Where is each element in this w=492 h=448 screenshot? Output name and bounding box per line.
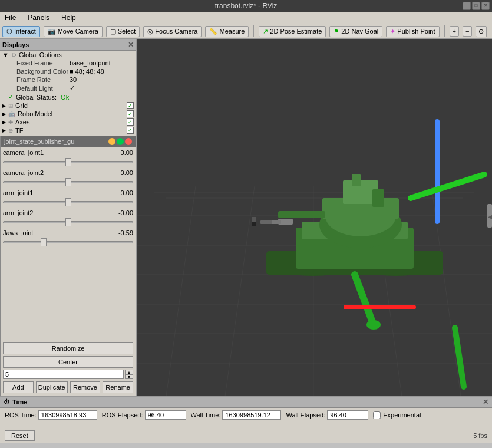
focus-icon-button[interactable]: ⊙ — [476, 26, 487, 37]
joint-name-2: arm_joint1 — [3, 189, 33, 196]
wall-time-input[interactable] — [222, 410, 281, 420]
frame-rate-value[interactable]: 30 — [70, 76, 77, 83]
joint-label-1: camera_joint2 0.00 — [3, 169, 133, 176]
time-body: ROS Time: ROS Elapsed: Wall Time: Wall E… — [0, 408, 492, 422]
time-icon: ⏱ — [4, 398, 10, 406]
svg-rect-26 — [352, 174, 361, 186]
global-options-label: Global Options — [19, 51, 62, 58]
jp-footer: Randomize Center ▲ ▼ Add Duplicate Remov… — [1, 340, 136, 396]
duplicate-button[interactable]: Duplicate — [36, 381, 68, 393]
default-light-value[interactable]: ✓ — [70, 84, 75, 92]
ros-time-input[interactable] — [38, 410, 97, 420]
reset-button[interactable]: Reset — [5, 430, 35, 441]
close-button[interactable]: ✕ — [481, 2, 490, 10]
menu-bar: File Panels Help — [0, 12, 492, 24]
menu-panels[interactable]: Panels — [25, 13, 52, 22]
spin-down-button[interactable]: ▼ — [125, 374, 133, 379]
focus-camera-button[interactable]: ◎ Focus Camera — [143, 26, 202, 37]
global-status-value: Ok — [61, 94, 69, 101]
global-options-row[interactable]: ▼ ⚙ Global Options — [0, 51, 136, 59]
wall-elapsed-field: Wall Elapsed: — [286, 410, 368, 420]
tf-arrow[interactable]: ▶ — [2, 128, 6, 133]
axes-arrow[interactable]: ▶ — [2, 120, 6, 125]
time-header: ⏱ Time ✕ — [0, 397, 492, 408]
ros-elapsed-input[interactable] — [145, 410, 186, 420]
app-title: transbot.rviz* - RViz — [215, 2, 278, 10]
2d-pose-button[interactable]: ↗ 2D Pose Estimate — [259, 26, 326, 37]
status-check-icon: ✓ — [8, 93, 14, 101]
jp-maximize-button[interactable] — [117, 138, 124, 145]
wall-elapsed-input[interactable] — [327, 410, 368, 420]
axes-row[interactable]: ▶ ✚ Axes ✓ — [0, 118, 136, 126]
minus-icon-button[interactable]: − — [463, 26, 472, 37]
joint-slider-3[interactable] — [3, 221, 133, 223]
time-panel: ⏱ Time ✕ ROS Time: ROS Elapsed: Wall Tim… — [0, 396, 492, 427]
menu-file[interactable]: File — [2, 13, 18, 22]
svg-text:◀: ◀ — [488, 213, 492, 220]
grid-row[interactable]: ▶ ⊞ Grid ✓ — [0, 101, 136, 110]
point-icon: ✦ — [390, 28, 395, 35]
randomize-button[interactable]: Randomize — [3, 342, 133, 354]
remove-button[interactable]: Remove — [70, 381, 101, 393]
select-button[interactable]: ▢ Select — [106, 26, 140, 37]
experimental-checkbox[interactable] — [373, 411, 381, 419]
maximize-button[interactable]: □ — [472, 2, 480, 10]
axes-checkbox[interactable]: ✓ — [127, 118, 134, 126]
time-close-button[interactable]: ✕ — [483, 398, 488, 406]
global-status-row: ✓ Global Status: Ok — [0, 93, 136, 101]
2d-nav-button[interactable]: ⚑ 2D Nav Goal — [329, 26, 382, 37]
ros-time-label: ROS Time: — [5, 411, 37, 419]
measure-button[interactable]: 📏 Measure — [205, 26, 249, 37]
minimize-button[interactable]: _ — [463, 2, 471, 10]
jp-close-button[interactable] — [125, 138, 132, 145]
time-title: Time — [12, 398, 27, 406]
tf-row[interactable]: ▶ ⊕ TF ✓ — [0, 126, 136, 134]
joint-slider-2[interactable] — [3, 201, 133, 203]
num-row: ▲ ▼ — [3, 370, 133, 379]
3d-viewport[interactable]: ◀ — [137, 39, 492, 396]
robot-model-arrow[interactable]: ▶ — [2, 111, 6, 117]
focus-icon: ◎ — [147, 28, 153, 35]
joint-slider-1[interactable] — [3, 181, 133, 183]
joint-row-2: arm_joint1 0.00 — [3, 189, 133, 205]
experimental-row: Experimental — [373, 411, 421, 419]
jp-header: joint_state_publisher_gui — [1, 136, 136, 147]
grid-label: Grid — [15, 102, 124, 109]
frame-rate-label: Frame Rate — [16, 76, 70, 83]
joint-name-3: arm_joint2 — [3, 209, 33, 216]
interact-button[interactable]: ⬡ Interact — [2, 26, 40, 37]
wall-time-label: Wall Time: — [191, 411, 221, 419]
frame-rate-row: Frame Rate 30 — [0, 75, 136, 84]
ros-elapsed-field: ROS Elapsed: — [102, 410, 186, 420]
center-button[interactable]: Center — [3, 356, 133, 368]
tf-checkbox[interactable]: ✓ — [127, 127, 134, 134]
fixed-frame-value[interactable]: base_footprint — [70, 60, 111, 67]
publish-point-button[interactable]: ✦ Publish Point — [386, 26, 439, 37]
global-options-arrow[interactable]: ▼ — [2, 51, 9, 58]
action-row: Add Duplicate Remove Rename — [3, 381, 133, 393]
measure-label: Measure — [219, 28, 245, 35]
bg-color-value[interactable]: ■ 48; 48; 48 — [70, 68, 104, 75]
separator-2 — [444, 25, 445, 37]
joint-label-4: Jaws_joint -0.59 — [3, 229, 133, 236]
select-icon: ▢ — [110, 28, 116, 35]
separator-1 — [253, 25, 254, 37]
robot-model-row[interactable]: ▶ 🤖 RobotModel ✓ — [0, 110, 136, 118]
add-button[interactable]: Add — [3, 381, 34, 393]
menu-help[interactable]: Help — [59, 13, 78, 22]
joint-slider-0[interactable] — [3, 161, 133, 163]
spin-up-button[interactable]: ▲ — [125, 370, 133, 374]
add-icon-button[interactable]: + — [450, 26, 459, 37]
robot-model-checkbox[interactable]: ✓ — [127, 110, 134, 117]
joint-slider-4[interactable] — [3, 241, 133, 243]
joint-val-1: 0.00 — [121, 169, 133, 176]
jp-minimize-button[interactable] — [108, 138, 115, 145]
axes-icon: ✚ — [8, 119, 13, 126]
grid-checkbox[interactable]: ✓ — [127, 102, 134, 109]
ros-elapsed-label: ROS Elapsed: — [102, 411, 143, 419]
rename-button[interactable]: Rename — [103, 381, 133, 393]
move-camera-button[interactable]: 📷 Move Camera — [44, 26, 103, 37]
displays-close-button[interactable]: ✕ — [128, 41, 134, 49]
num-input[interactable] — [3, 370, 124, 379]
grid-arrow[interactable]: ▶ — [2, 103, 6, 108]
